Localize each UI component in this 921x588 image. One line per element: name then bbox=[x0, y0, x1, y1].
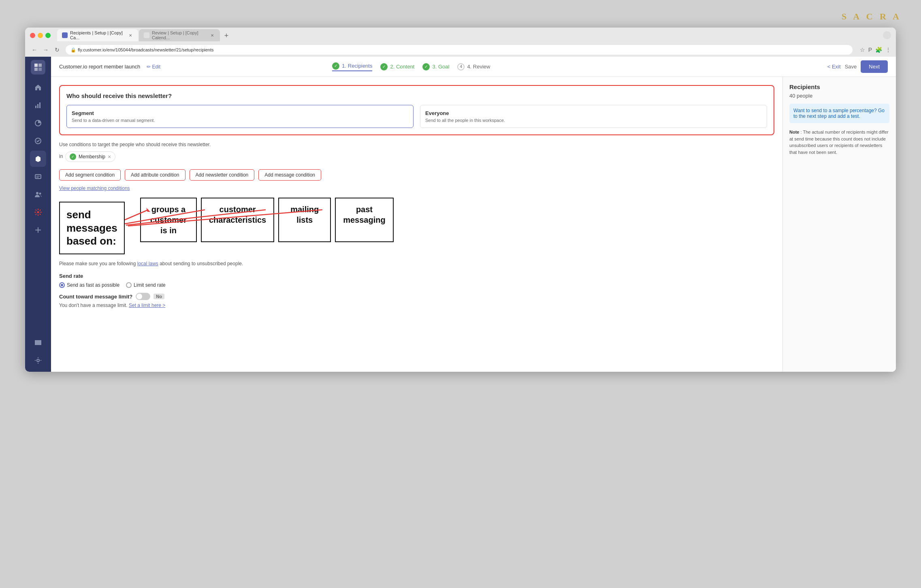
extension-icon[interactable]: 🧩 bbox=[875, 47, 882, 53]
refresh-button[interactable]: ↻ bbox=[53, 45, 62, 54]
step-goal[interactable]: ✓ 3. Goal bbox=[422, 63, 449, 70]
top-nav: Customer.io report member launch ✏ Edit … bbox=[51, 57, 896, 77]
count-label: Count toward message limit? No bbox=[59, 293, 774, 300]
forward-button[interactable]: → bbox=[41, 45, 50, 54]
step-content[interactable]: ✓ 2. Content bbox=[380, 63, 414, 70]
callout-groups: groups acustomeris in bbox=[140, 198, 197, 242]
page-body: Who should receive this newsletter? Segm… bbox=[51, 77, 896, 372]
radio-fast-label: Send as fast as possible bbox=[67, 282, 119, 288]
send-rate-radio-group: Send as fast as possible Limit send rate bbox=[59, 282, 774, 288]
view-people-link[interactable]: View people matching conditions bbox=[59, 185, 774, 191]
close-button[interactable] bbox=[30, 33, 35, 38]
browser-address-bar: ← → ↻ 🔒 fly.customer.io/env/105044/broad… bbox=[25, 43, 896, 57]
message-limit-toggle[interactable] bbox=[136, 293, 150, 300]
next-button[interactable]: Next bbox=[861, 60, 888, 73]
in-prefix-label: in bbox=[59, 153, 63, 159]
main-content: Customer.io report member launch ✏ Edit … bbox=[51, 57, 896, 372]
sidebar-item-home[interactable] bbox=[30, 79, 46, 96]
radio-limit[interactable]: Limit send rate bbox=[126, 282, 166, 288]
right-panel: Recipients 40 people Want to send to a s… bbox=[782, 77, 896, 372]
step-recipients[interactable]: ✓ 1. Recipients bbox=[332, 62, 372, 71]
sidebar-item-people[interactable] bbox=[30, 186, 46, 202]
conditions-hint: Use conditions to target the people who … bbox=[59, 142, 774, 147]
sidebar-item-charts[interactable] bbox=[30, 115, 46, 131]
tab-close-2[interactable]: ✕ bbox=[209, 32, 215, 38]
panel-note: Note : The actual number of recipients m… bbox=[789, 129, 889, 156]
condition-tags-row: in ✓ Membership × bbox=[59, 151, 774, 165]
profile-icon[interactable]: P bbox=[868, 47, 872, 53]
minimize-button[interactable] bbox=[38, 33, 43, 38]
svg-rect-0 bbox=[34, 64, 38, 67]
step-2-label: 2. Content bbox=[390, 64, 414, 70]
tab-close-1[interactable]: ✕ bbox=[128, 32, 133, 38]
receive-card-title: Who should receive this newsletter? bbox=[66, 92, 767, 99]
step-3-label: 3. Goal bbox=[432, 64, 449, 70]
add-newsletter-condition-button[interactable]: Add newsletter condition bbox=[190, 169, 255, 181]
svg-rect-2 bbox=[34, 68, 38, 71]
step-1-check: ✓ bbox=[332, 62, 339, 70]
save-button[interactable]: Save bbox=[845, 64, 857, 70]
note-bold: Note bbox=[789, 130, 799, 134]
radio-fast[interactable]: Send as fast as possible bbox=[59, 282, 119, 288]
svg-rect-15 bbox=[35, 344, 41, 345]
tab-label-2: Review | Setup | [Copy] Calend... bbox=[152, 30, 207, 40]
everyone-desc: Send to all the people in this workspace… bbox=[425, 118, 762, 123]
browser-window: Recipients | Setup | [Copy] Ca... ✕ Revi… bbox=[25, 28, 896, 372]
local-laws-link[interactable]: local laws bbox=[137, 261, 158, 266]
step-nav: ✓ 1. Recipients ✓ 2. Content ✓ 3. Goal bbox=[332, 62, 490, 71]
sidebar-item-config[interactable] bbox=[30, 352, 46, 369]
add-segment-condition-button[interactable]: Add segment condition bbox=[59, 169, 121, 181]
callout-boxes-row: groups acustomeris in customercharacteri… bbox=[140, 198, 394, 242]
sidebar-item-settings-gear[interactable] bbox=[30, 204, 46, 220]
segment-desc: Send to a data-driven or manual segment. bbox=[72, 118, 408, 123]
browser-tab-active[interactable]: Recipients | Setup | [Copy] Ca... ✕ bbox=[57, 29, 138, 41]
sacra-logo: S A C R A bbox=[842, 11, 902, 22]
svg-rect-5 bbox=[37, 104, 38, 108]
browser-tab-inactive[interactable]: Review | Setup | [Copy] Calend... ✕ bbox=[139, 29, 220, 41]
tag-remove-button[interactable]: × bbox=[108, 153, 111, 160]
browser-settings-icon[interactable] bbox=[883, 31, 891, 39]
step-review[interactable]: 4 4. Review bbox=[457, 63, 490, 70]
send-rate-section: Send rate Send as fast as possible Limit… bbox=[59, 273, 774, 288]
edit-link[interactable]: ✏ Edit bbox=[147, 64, 160, 70]
membership-tag[interactable]: ✓ Membership × bbox=[65, 151, 115, 162]
address-bar[interactable]: 🔒 fly.customer.io/env/105044/broadcasts/… bbox=[66, 45, 853, 55]
audience-options: Segment Send to a data-driven or manual … bbox=[66, 105, 767, 128]
radio-limit-dot[interactable] bbox=[126, 282, 132, 288]
star-icon[interactable]: ☆ bbox=[860, 47, 865, 53]
new-tab-button[interactable]: + bbox=[221, 30, 232, 41]
no-limit-text: You don't have a message limit. bbox=[59, 303, 128, 308]
add-attribute-condition-button[interactable]: Add attribute condition bbox=[125, 169, 185, 181]
callout-past-messaging: pastmessaging bbox=[335, 198, 393, 242]
sidebar bbox=[25, 57, 51, 372]
radio-fast-dot[interactable] bbox=[59, 282, 65, 288]
sidebar-item-events[interactable] bbox=[30, 133, 46, 149]
back-button[interactable]: ← bbox=[30, 45, 39, 54]
sidebar-item-list[interactable] bbox=[30, 334, 46, 351]
set-limit-link[interactable]: Set a limit here > bbox=[129, 303, 165, 308]
sidebar-item-broadcast[interactable] bbox=[30, 151, 46, 167]
segment-title: Segment bbox=[72, 110, 408, 116]
top-nav-actions: < Exit Save Next bbox=[827, 60, 888, 73]
add-message-condition-button[interactable]: Add message condition bbox=[258, 169, 321, 181]
step-4-label: 4. Review bbox=[467, 64, 490, 70]
browser-actions: ☆ P 🧩 ⋮ bbox=[860, 47, 891, 53]
everyone-title: Everyone bbox=[425, 110, 762, 116]
maximize-button[interactable] bbox=[45, 33, 51, 38]
sidebar-item-messages[interactable] bbox=[30, 168, 46, 185]
sidebar-item-add[interactable] bbox=[30, 222, 46, 238]
sidebar-item-analytics[interactable] bbox=[30, 97, 46, 113]
annotation-area: send messages based on: groups acustomer… bbox=[59, 198, 774, 254]
app-layout: Customer.io report member launch ✏ Edit … bbox=[25, 57, 896, 372]
campaign-title: Customer.io report member launch bbox=[59, 64, 140, 70]
tag-label: Membership bbox=[79, 154, 105, 160]
unsubscribe-note: Please make sure you are following local… bbox=[59, 261, 774, 266]
traffic-lights bbox=[30, 33, 51, 38]
menu-icon[interactable]: ⋮ bbox=[885, 47, 891, 53]
exit-link[interactable]: < Exit bbox=[827, 64, 841, 70]
toggle-thumb bbox=[136, 294, 142, 299]
count-section: Count toward message limit? No You don't… bbox=[59, 293, 774, 308]
segment-option[interactable]: Segment Send to a data-driven or manual … bbox=[66, 105, 414, 128]
receive-card: Who should receive this newsletter? Segm… bbox=[59, 85, 774, 135]
everyone-option[interactable]: Everyone Send to all the people in this … bbox=[420, 105, 767, 128]
